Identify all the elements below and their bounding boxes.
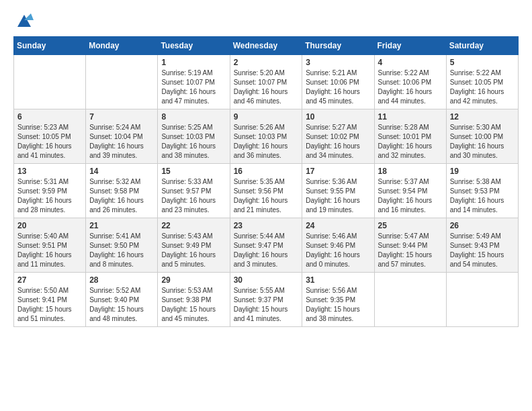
day-info: Sunrise: 5:22 AM Sunset: 10:06 PM Daylig…: [378, 68, 443, 106]
calendar-cell: 22Sunrise: 5:43 AM Sunset: 9:49 PM Dayli…: [158, 218, 230, 273]
calendar-week-row: 1Sunrise: 5:19 AM Sunset: 10:07 PM Dayli…: [14, 55, 519, 109]
day-info: Sunrise: 5:44 AM Sunset: 9:47 PM Dayligh…: [234, 232, 299, 269]
weekday-header: Wednesday: [230, 37, 302, 55]
weekday-header-row: SundayMondayTuesdayWednesdayThursdayFrid…: [14, 37, 519, 55]
calendar-table: SundayMondayTuesdayWednesdayThursdayFrid…: [13, 36, 519, 327]
day-number: 4: [378, 58, 443, 67]
day-info: Sunrise: 5:36 AM Sunset: 9:55 PM Dayligh…: [306, 177, 370, 215]
day-number: 7: [89, 112, 154, 122]
calendar-cell: [374, 273, 446, 327]
calendar-cell: 7Sunrise: 5:24 AM Sunset: 10:04 PM Dayli…: [86, 109, 158, 164]
calendar-cell: 26Sunrise: 5:49 AM Sunset: 9:43 PM Dayli…: [446, 218, 518, 273]
calendar-cell: 14Sunrise: 5:32 AM Sunset: 9:58 PM Dayli…: [86, 164, 158, 218]
calendar-cell: 13Sunrise: 5:31 AM Sunset: 9:59 PM Dayli…: [14, 164, 86, 218]
day-number: 2: [234, 58, 299, 67]
calendar-week-row: 6Sunrise: 5:23 AM Sunset: 10:05 PM Dayli…: [14, 109, 519, 164]
day-info: Sunrise: 5:27 AM Sunset: 10:02 PM Daylig…: [306, 123, 370, 161]
calendar-cell: 25Sunrise: 5:47 AM Sunset: 9:44 PM Dayli…: [374, 218, 446, 273]
day-number: 18: [378, 167, 443, 176]
day-info: Sunrise: 5:43 AM Sunset: 9:49 PM Dayligh…: [161, 232, 226, 269]
day-info: Sunrise: 5:31 AM Sunset: 9:59 PM Dayligh…: [17, 177, 82, 215]
calendar-cell: 5Sunrise: 5:22 AM Sunset: 10:05 PM Dayli…: [446, 55, 518, 109]
day-number: 8: [161, 112, 226, 122]
weekday-header: Friday: [374, 37, 446, 55]
calendar-cell: 8Sunrise: 5:25 AM Sunset: 10:03 PM Dayli…: [158, 109, 230, 164]
day-info: Sunrise: 5:52 AM Sunset: 9:40 PM Dayligh…: [89, 286, 154, 324]
day-info: Sunrise: 5:38 AM Sunset: 9:53 PM Dayligh…: [450, 177, 515, 215]
weekday-header: Monday: [86, 37, 158, 55]
calendar-cell: 11Sunrise: 5:28 AM Sunset: 10:01 PM Dayl…: [374, 109, 446, 164]
calendar-week-row: 27Sunrise: 5:50 AM Sunset: 9:41 PM Dayli…: [14, 273, 519, 327]
day-number: 1: [161, 58, 226, 67]
day-number: 13: [17, 167, 82, 176]
day-info: Sunrise: 5:19 AM Sunset: 10:07 PM Daylig…: [161, 68, 226, 106]
day-info: Sunrise: 5:46 AM Sunset: 9:46 PM Dayligh…: [306, 232, 370, 269]
day-number: 12: [450, 112, 515, 122]
day-number: 21: [89, 221, 154, 230]
day-number: 31: [306, 275, 370, 285]
day-info: Sunrise: 5:23 AM Sunset: 10:05 PM Daylig…: [17, 123, 82, 161]
calendar-week-row: 20Sunrise: 5:40 AM Sunset: 9:51 PM Dayli…: [14, 218, 519, 273]
calendar-cell: 2Sunrise: 5:20 AM Sunset: 10:07 PM Dayli…: [230, 55, 302, 109]
day-number: 24: [306, 221, 370, 230]
day-info: Sunrise: 5:47 AM Sunset: 9:44 PM Dayligh…: [378, 232, 443, 269]
weekday-header: Saturday: [446, 37, 518, 55]
day-info: Sunrise: 5:26 AM Sunset: 10:03 PM Daylig…: [234, 123, 299, 161]
calendar-cell: 12Sunrise: 5:30 AM Sunset: 10:00 PM Dayl…: [446, 109, 518, 164]
header: [13, 11, 519, 30]
svg-marker-1: [24, 13, 34, 20]
calendar-cell: 19Sunrise: 5:38 AM Sunset: 9:53 PM Dayli…: [446, 164, 518, 218]
day-number: 15: [161, 167, 226, 176]
calendar-cell: 16Sunrise: 5:35 AM Sunset: 9:56 PM Dayli…: [230, 164, 302, 218]
calendar-cell: 9Sunrise: 5:26 AM Sunset: 10:03 PM Dayli…: [230, 109, 302, 164]
calendar-cell: 3Sunrise: 5:21 AM Sunset: 10:06 PM Dayli…: [302, 55, 374, 109]
calendar-cell: 15Sunrise: 5:33 AM Sunset: 9:57 PM Dayli…: [158, 164, 230, 218]
day-number: 17: [306, 167, 370, 176]
day-info: Sunrise: 5:49 AM Sunset: 9:43 PM Dayligh…: [450, 232, 515, 269]
calendar-cell: [86, 55, 158, 109]
day-number: 23: [234, 221, 299, 230]
day-number: 27: [17, 275, 82, 285]
day-number: 29: [161, 275, 226, 285]
day-number: 11: [378, 112, 443, 122]
day-number: 3: [306, 58, 370, 67]
weekday-header: Tuesday: [158, 37, 230, 55]
day-number: 14: [89, 167, 154, 176]
day-info: Sunrise: 5:53 AM Sunset: 9:38 PM Dayligh…: [161, 286, 226, 324]
day-info: Sunrise: 5:35 AM Sunset: 9:56 PM Dayligh…: [234, 177, 299, 215]
day-number: 22: [161, 221, 226, 230]
day-info: Sunrise: 5:55 AM Sunset: 9:37 PM Dayligh…: [234, 286, 299, 324]
page: SundayMondayTuesdayWednesdayThursdayFrid…: [0, 0, 532, 338]
calendar-cell: [446, 273, 518, 327]
day-number: 26: [450, 221, 515, 230]
calendar-cell: 23Sunrise: 5:44 AM Sunset: 9:47 PM Dayli…: [230, 218, 302, 273]
calendar-cell: 28Sunrise: 5:52 AM Sunset: 9:40 PM Dayli…: [86, 273, 158, 327]
day-info: Sunrise: 5:37 AM Sunset: 9:54 PM Dayligh…: [378, 177, 443, 215]
calendar-cell: 20Sunrise: 5:40 AM Sunset: 9:51 PM Dayli…: [14, 218, 86, 273]
day-info: Sunrise: 5:21 AM Sunset: 10:06 PM Daylig…: [306, 68, 370, 106]
day-number: 28: [89, 275, 154, 285]
calendar-week-row: 13Sunrise: 5:31 AM Sunset: 9:59 PM Dayli…: [14, 164, 519, 218]
day-number: 19: [450, 167, 515, 176]
day-number: 25: [378, 221, 443, 230]
day-info: Sunrise: 5:32 AM Sunset: 9:58 PM Dayligh…: [89, 177, 154, 215]
day-info: Sunrise: 5:28 AM Sunset: 10:01 PM Daylig…: [378, 123, 443, 161]
logo: [13, 11, 34, 30]
day-number: 20: [17, 221, 82, 230]
logo-icon: [15, 11, 34, 30]
day-number: 5: [450, 58, 515, 67]
day-number: 9: [234, 112, 299, 122]
day-info: Sunrise: 5:22 AM Sunset: 10:05 PM Daylig…: [450, 68, 515, 106]
day-info: Sunrise: 5:56 AM Sunset: 9:35 PM Dayligh…: [306, 286, 370, 324]
calendar-cell: 29Sunrise: 5:53 AM Sunset: 9:38 PM Dayli…: [158, 273, 230, 327]
calendar-cell: 1Sunrise: 5:19 AM Sunset: 10:07 PM Dayli…: [158, 55, 230, 109]
calendar-cell: 18Sunrise: 5:37 AM Sunset: 9:54 PM Dayli…: [374, 164, 446, 218]
day-info: Sunrise: 5:40 AM Sunset: 9:51 PM Dayligh…: [17, 232, 82, 269]
day-number: 16: [234, 167, 299, 176]
day-info: Sunrise: 5:30 AM Sunset: 10:00 PM Daylig…: [450, 123, 515, 161]
calendar-cell: 4Sunrise: 5:22 AM Sunset: 10:06 PM Dayli…: [374, 55, 446, 109]
weekday-header: Sunday: [14, 37, 86, 55]
weekday-header: Thursday: [302, 37, 374, 55]
day-info: Sunrise: 5:41 AM Sunset: 9:50 PM Dayligh…: [89, 232, 154, 269]
day-info: Sunrise: 5:24 AM Sunset: 10:04 PM Daylig…: [89, 123, 154, 161]
